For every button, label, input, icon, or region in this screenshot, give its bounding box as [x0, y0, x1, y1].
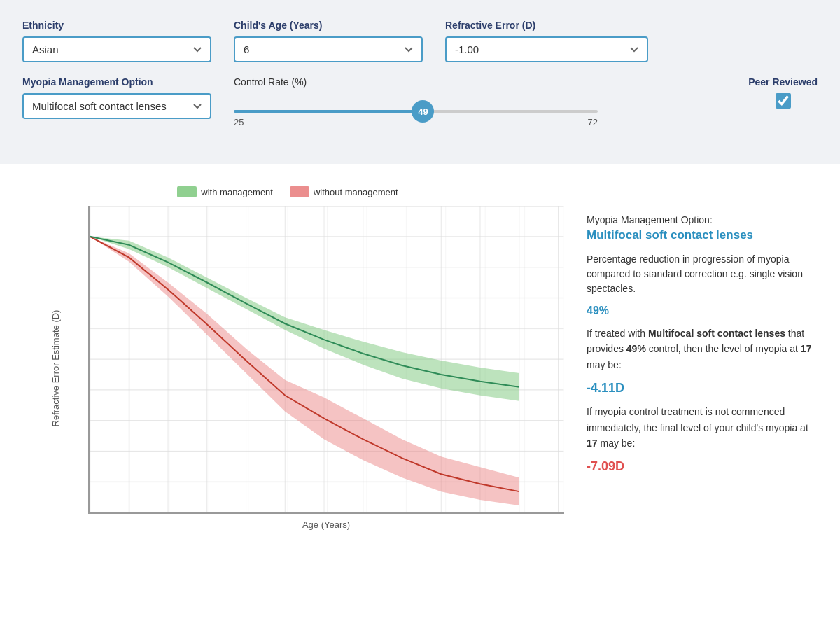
control-rate-label: Control Rate (%) — [234, 76, 598, 88]
chart-section: with management without management Refra… — [0, 164, 840, 552]
treated-bold1: Multifocal soft contact lenses — [648, 328, 785, 339]
slider-track: 49 — [234, 110, 598, 113]
checkbox-container — [776, 93, 791, 109]
chart-legend: with management without management — [11, 186, 564, 197]
slider-fill — [234, 110, 423, 113]
legend-without-management: without management — [290, 186, 398, 197]
age-select[interactable]: 5 6 7 8 — [234, 36, 423, 62]
treated-description: If treated with Multifocal soft contact … — [587, 326, 818, 372]
description: Percentage reduction in progression of m… — [587, 252, 818, 296]
first-row: Ethnicity Asian Caucasian Hispanic Afric… — [22, 20, 818, 62]
info-panel: Myopia Management Option: Multifocal sof… — [587, 186, 818, 474]
legend-with-management: with management — [177, 186, 273, 197]
refractive-select[interactable]: -0.50 -1.00 -1.50 -2.00 — [445, 36, 648, 62]
legend-red-color — [290, 186, 309, 197]
myopia-label: Myopia Management Option — [22, 76, 211, 88]
peer-reviewed-label: Peer Reviewed — [748, 76, 818, 88]
refractive-label: Refractive Error (D) — [445, 20, 648, 31]
ethnicity-group: Ethnicity Asian Caucasian Hispanic Afric… — [22, 20, 211, 62]
slider-container: 49 25 72 — [234, 93, 598, 141]
legend-green-color — [177, 186, 197, 197]
age-group: Child's Age (Years) 5 6 7 8 — [234, 20, 423, 62]
slider-max: 72 — [588, 117, 598, 127]
slider-min: 25 — [234, 117, 244, 127]
result-without-treatment: -7.09D — [587, 459, 818, 474]
treated-age: 17 — [801, 343, 812, 354]
no-treatment-description: If myopia control treatment is not comme… — [587, 404, 818, 451]
management-option-label: Myopia Management Option: — [587, 214, 818, 225]
legend-with-label: with management — [201, 187, 273, 197]
myopia-select[interactable]: Multifocal soft contact lenses Orthokera… — [22, 93, 211, 119]
peer-reviewed-group: Peer Reviewed — [748, 76, 818, 109]
control-rate-group: Control Rate (%) 49 25 72 — [234, 76, 598, 141]
x-axis-label: Age (Years) — [88, 519, 564, 530]
myopia-group: Myopia Management Option Multifocal soft… — [22, 76, 211, 119]
controls-panel: Ethnicity Asian Caucasian Hispanic Afric… — [0, 0, 840, 164]
refractive-group: Refractive Error (D) -0.50 -1.00 -1.50 -… — [445, 20, 648, 62]
legend-without-label: without management — [314, 187, 398, 197]
management-option-name: Multifocal soft contact lenses — [587, 228, 818, 242]
chart-wrapper: with management without management Refra… — [11, 186, 564, 530]
chart-area: 0.00 -1.00 -2.00 -3.00 -4.00 -5.00 -6.00… — [88, 206, 564, 514]
slider-thumb[interactable]: 49 — [412, 100, 434, 123]
result-with-treatment: -4.11D — [587, 381, 818, 396]
chart-svg: 0.00 -1.00 -2.00 -3.00 -4.00 -5.00 -6.00… — [90, 206, 564, 512]
y-axis-label: Refractive Error Estimate (D) — [50, 309, 61, 426]
peer-reviewed-checkbox[interactable] — [776, 93, 791, 109]
ethnicity-label: Ethnicity — [22, 20, 211, 31]
age-label: Child's Age (Years) — [234, 20, 423, 31]
ethnicity-select[interactable]: Asian Caucasian Hispanic African America… — [22, 36, 211, 62]
control-percentage: 49% — [587, 305, 818, 317]
second-row: Myopia Management Option Multifocal soft… — [22, 76, 818, 141]
no-treatment-age: 17 — [587, 438, 598, 449]
treated-bold2: 49% — [626, 343, 646, 354]
